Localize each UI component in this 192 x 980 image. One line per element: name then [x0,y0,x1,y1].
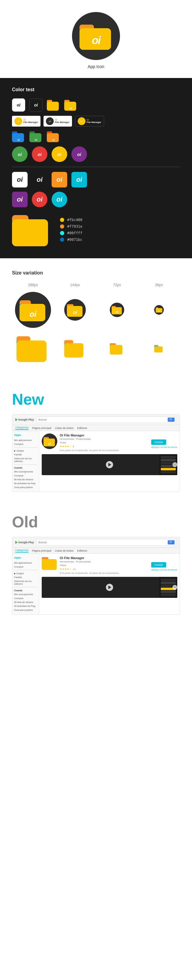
thumb-item-5 [161,468,176,470]
gplay-sidebar-title-old: Apps [14,556,37,559]
banner-icon-light-2: oi Oi File Manager [43,116,72,127]
sidebar-seleccion-old[interactable]: Selección de los editores [14,579,37,586]
mini-icon-dark: oi [46,117,54,125]
sidebar-lista-new[interactable]: Mi lista de deseos [14,477,37,482]
gplay-nav-categorias-new[interactable]: Categorías [15,426,29,430]
folder-size-72 [96,342,138,355]
gplay-install-btn-new[interactable]: Instalar [151,439,166,445]
folder-144px [64,340,86,358]
gplay-arrow-old[interactable]: › [173,585,177,590]
gplay-app-name-new: Oi File Manager [60,433,149,437]
oi-blue: oi [17,138,20,141]
gplay-nav-editores-new[interactable]: Editores [77,426,87,430]
sidebar-juegos-new[interactable]: ▶ Juegos [14,449,37,453]
color-variant-dark-square: oi [29,99,43,111]
play-button-old[interactable] [106,584,113,591]
palette-hex-4: #0071bc [67,237,83,242]
gplay-review-count-old: 14 [73,568,76,571]
gplay-nav-pagina-new[interactable]: Página principal [32,426,51,430]
big-folder-display [12,213,51,246]
fbody-med [64,343,83,358]
oi-mini: oi [17,120,19,123]
sidebar-guia-old[interactable]: Guía para padres [14,608,37,612]
gplay-nav-pagina-old[interactable]: Página principal [32,549,51,552]
sidebar-comprar2-old[interactable]: Comprar [14,597,37,600]
oi-mini-2: oi [80,120,83,123]
thumb-item-6 [161,471,176,473]
banner-text-3: Oi File Manager [87,119,102,124]
folder-orange-variant: oi [47,131,60,142]
gplay-logo-new: Google Play [15,418,34,421]
gplay-app-icon-new: oi [42,433,57,449]
oi-green: oi [35,138,37,141]
oi-text-white-purple: oi [17,196,23,204]
gplay-sidebar-old: Apps Mis aplicaciones Comprar ▶ Juegos F… [12,554,39,614]
thumb-item-2 [161,459,176,461]
search-bar-new[interactable]: 🔍 [36,416,177,423]
search-input-old[interactable] [38,541,167,544]
gplay-rating-row-new: ★★★★☆ 8 [60,445,149,448]
size-label-72: 72px [96,283,138,287]
oi-72: oi [116,310,119,313]
sidebar-suscripciones-old[interactable]: Mis suscripciones [14,592,37,597]
gplay-body-new: Apps Mis aplicaciones Comprar ▶ Juegos F… [12,431,180,492]
sidebar-comprar2-new[interactable]: Comprar [14,474,37,477]
sidebar-mis-apps-old[interactable]: Mis aplicaciones [14,561,37,565]
oi-yellow-text: oi [57,152,61,157]
palette-item-3: #00ffff [60,231,83,235]
size-variation-title: Size variation [12,270,180,276]
search-input-new[interactable] [38,418,167,421]
sidebar-comprar-new[interactable]: Comprar [14,442,37,446]
sidebar-seleccion-new[interactable]: Selección de los editores [14,457,37,463]
sidebar-mis-apps-new[interactable]: Mis aplicaciones [14,438,37,442]
sidebar-familia-old[interactable]: Familia [14,575,37,579]
search-bar-old[interactable]: 🔍 [36,539,177,546]
gplay-arrow-new[interactable]: › [173,462,177,467]
sidebar-suscripciones-new[interactable]: Mis suscripciones [14,470,37,474]
icon-green-circle: oi [12,146,28,162]
sidebar-lista-old[interactable]: Mi lista de deseos [14,600,37,604]
sidebar-familia-new[interactable]: Familia [14,453,37,457]
gplay-add-device-new[interactable]: Agregar a la lista de deseos [151,446,177,448]
gplay-logo-text-old: Google Play [18,541,34,544]
play-button-new[interactable] [106,461,113,468]
gplay-nav-listas-old[interactable]: Listas de éxitos [55,549,73,552]
gplay-add-device-old[interactable]: Agregar a la lista de deseos [151,569,177,571]
gplay-app-desc-new: Eres parte en el desarrollo, sé parte de… [60,449,149,452]
oi-red-text: oi [38,152,41,157]
search-btn-new[interactable]: 🔍 [168,418,175,422]
sidebar-juegos-old[interactable]: ▶ Juegos [14,571,37,575]
gplay-app-sub-old: Todos [60,564,149,566]
oi-text-white-2: oi [56,176,62,184]
sidebar-guia-new[interactable]: Guía para padres [14,485,37,489]
gplay-app-name-old: Oi File Manager [60,556,149,560]
gplay-nav-categorias-old[interactable]: Categorías [15,549,29,552]
gplay-video-new[interactable]: › [42,454,177,475]
sidebar-section-cuenta: Cuenta [14,466,37,469]
banner-text: Oi File Manager [24,119,38,124]
palette-list: #fbc400 #f7931e #00ffff #0071bc [60,218,83,242]
gplay-nav-old: Categorías Página principal Listas de éx… [12,548,180,554]
gplay-video-old[interactable]: › [42,577,177,598]
search-btn-old[interactable]: 🔍 [168,540,175,544]
gplay-oi: oi [48,442,51,445]
oi-overlay: oi [70,107,72,110]
gplay-body-old: Apps Mis aplicaciones Comprar ▶ Juegos F… [12,554,180,614]
gplay-nav-editores-old[interactable]: Editores [77,549,87,552]
oi-white-bg: oi [12,172,28,188]
sidebar-actividad-old[interactable]: Mi actividad de Play [14,604,37,608]
gplay-nav-listas-new[interactable]: Listas de éxitos [55,426,73,430]
icon-purple-circle: oi [71,146,87,162]
banner-product-1: File Manager [24,121,38,124]
play-triangle-new [108,463,111,466]
sidebar-actividad-new[interactable]: Mi actividad de Play [14,482,37,485]
palette-hex-3: #00ffff [67,231,83,235]
gplay-install-btn-old[interactable]: Instalar [151,562,166,568]
sidebar-comprar-old[interactable]: Comprar [14,565,37,569]
banner-product-3: File Manager [87,121,102,124]
oi-text-white-red: oi [36,196,43,204]
oi-red-circle-sq: oi [32,192,48,207]
banner-brand-3: Oi [87,119,102,121]
app-info-row-new: oi Oi File Manager Herramientas · Produc… [42,433,177,452]
banner-brand-1: Oi [24,119,38,121]
